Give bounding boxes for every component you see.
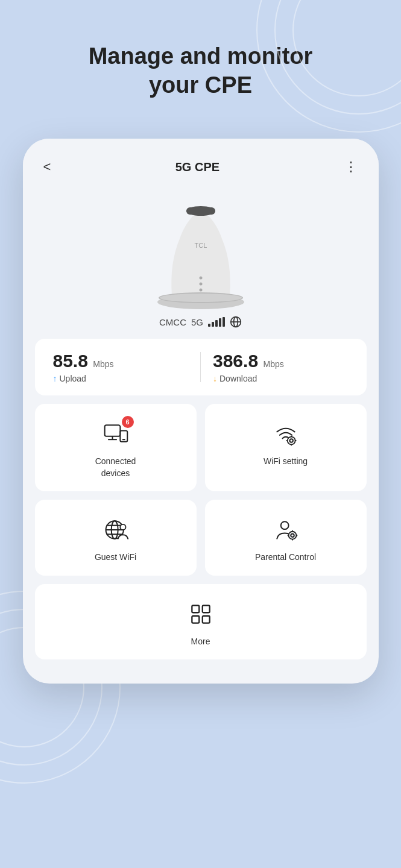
download-label: ↓ Download [213, 374, 349, 383]
svg-rect-39 [202, 616, 209, 623]
parental-control-icon [273, 517, 299, 543]
svg-point-28 [120, 524, 125, 530]
signal-bar-3 [215, 320, 218, 327]
guest-wifi-card[interactable]: Guest WiFi [35, 500, 197, 576]
connected-devices-label: Connecteddevices [95, 456, 136, 479]
upload-arrow-icon: ↑ [53, 374, 57, 383]
parental-control-label: Parental Control [255, 552, 316, 564]
more-icon-wrap [185, 599, 216, 630]
svg-rect-37 [202, 605, 209, 612]
upload-value: 85.8 [53, 351, 88, 371]
download-arrow-icon: ↓ [213, 374, 217, 383]
svg-text:TCL: TCL [194, 242, 207, 249]
signal-bar-4 [219, 318, 221, 327]
svg-point-6 [199, 289, 202, 292]
more-grid-icon [188, 601, 214, 627]
guest-wifi-icon [103, 517, 129, 543]
wifi-setting-label: WiFi setting [264, 456, 308, 468]
connected-devices-badge: 6 [122, 416, 134, 428]
connected-devices-icon-wrap: 6 [100, 418, 131, 450]
svg-point-30 [288, 532, 296, 539]
signal-bar-2 [212, 322, 214, 327]
hero-title: Manage and monitor your CPE [0, 0, 401, 99]
signal-bars [208, 317, 225, 327]
network-type-label: 5G [191, 317, 203, 327]
wifi-setting-card[interactable]: WiFi setting [205, 404, 367, 491]
parental-control-icon-wrap [270, 514, 302, 546]
signal-bar-5 [223, 317, 225, 327]
svg-rect-2 [186, 207, 215, 215]
speed-divider [200, 352, 201, 382]
wifi-setting-icon [273, 421, 299, 447]
signal-bar-1 [208, 324, 210, 327]
guest-wifi-label: Guest WiFi [95, 552, 136, 564]
more-card[interactable]: More [35, 584, 367, 660]
phone-header: < 5G CPE ⋮ [23, 139, 379, 184]
svg-rect-12 [104, 425, 120, 436]
globe-icon [230, 316, 242, 328]
connected-devices-card[interactable]: 6 Connecteddevices [35, 404, 197, 491]
svg-rect-36 [192, 605, 199, 612]
speed-card: 85.8 Mbps ↑ Upload 386.8 Mbps ↓ Download [35, 339, 367, 395]
wifi-setting-icon-wrap [270, 418, 302, 450]
upload-unit: Mbps [93, 359, 113, 369]
back-button[interactable]: < [40, 156, 55, 178]
guest-wifi-icon-wrap [100, 514, 131, 546]
router-image: TCL [147, 190, 255, 311]
more-label: More [191, 636, 210, 648]
more-menu-button[interactable]: ⋮ [341, 156, 362, 178]
upload-speed: 85.8 Mbps ↑ Upload [53, 351, 189, 383]
upload-label: ↑ Upload [53, 374, 189, 383]
svg-point-4 [199, 277, 202, 280]
download-unit: Mbps [264, 359, 284, 369]
feature-grid: 6 Connecteddevices [35, 404, 367, 659]
phone-shell: < 5G CPE ⋮ TCL [23, 139, 379, 684]
carrier-label: CMCC [159, 317, 186, 327]
page-title: 5G CPE [175, 160, 219, 174]
parental-control-card[interactable]: Parental Control [205, 500, 367, 576]
svg-point-29 [280, 521, 288, 529]
svg-point-8 [160, 294, 242, 302]
device-area: TCL CMCC 5G [23, 184, 379, 339]
svg-point-17 [287, 437, 295, 445]
svg-rect-38 [192, 616, 199, 623]
download-speed: 386.8 Mbps ↓ Download [213, 351, 349, 383]
network-status-bar: CMCC 5G [159, 316, 242, 328]
svg-point-5 [199, 283, 202, 286]
download-value: 386.8 [213, 351, 258, 371]
